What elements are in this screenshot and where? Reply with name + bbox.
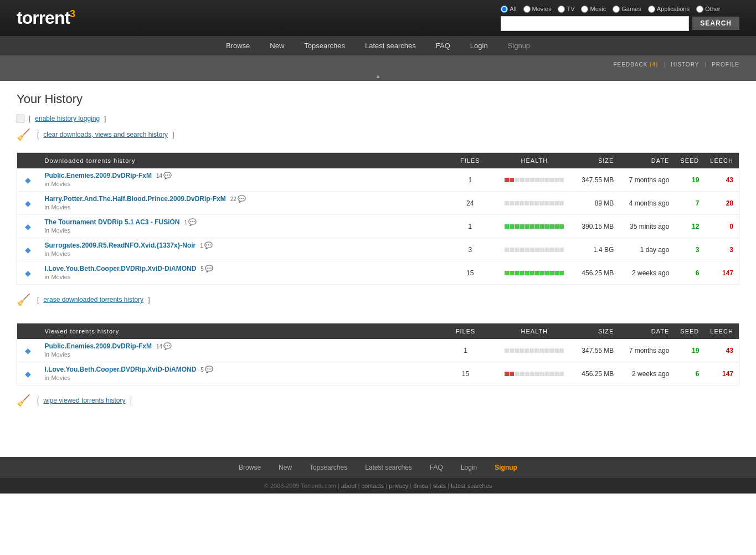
torrent-link[interactable]: The Tournament DVDRip 5.1 AC3 - FUSiON <box>45 218 180 226</box>
category-link[interactable]: Movies <box>51 274 70 280</box>
search-button[interactable]: SEARCH <box>692 17 739 30</box>
wipe-viewed-link[interactable]: wipe viewed torrents history <box>43 397 125 404</box>
cat-tv[interactable]: TV <box>558 6 574 13</box>
chevron-bar[interactable]: ▲ <box>0 71 756 81</box>
health-segment <box>549 372 554 376</box>
torrent-category: in Movies <box>45 227 436 234</box>
torrent-link[interactable]: Surrogates.2009.R5.ReadNFO.Xvid.{1337x}-… <box>45 241 196 249</box>
category-link[interactable]: Movies <box>51 250 70 257</box>
torrent-name-row: Public.Enemies.2009.DvDRip-FxM 14 💬 <box>45 172 436 179</box>
search-area: All Movies TV Music Games Applications O… <box>501 6 739 31</box>
health-segment <box>520 271 524 275</box>
health-segment <box>539 201 544 205</box>
health-segment <box>515 248 519 252</box>
nav-login[interactable]: Login <box>460 36 498 55</box>
erase-downloaded-link[interactable]: erase downloaded torrents history <box>43 296 143 304</box>
health-segment <box>549 248 554 252</box>
search-input[interactable] <box>501 16 689 31</box>
footer-privacy[interactable]: privacy <box>389 482 408 489</box>
category-link[interactable]: Movies <box>51 181 70 187</box>
footer-dmca[interactable]: dmca <box>413 482 428 489</box>
footer-login[interactable]: Login <box>452 457 486 478</box>
torrent-name-cell: The Tournament DVDRip 5.1 AC3 - FUSiON 1… <box>39 215 441 238</box>
cat-applications[interactable]: Applications <box>648 6 690 13</box>
footer-contacts[interactable]: contacts <box>361 482 384 489</box>
viewed-header-date: DATE <box>619 323 675 340</box>
history-link[interactable]: HISTORY <box>671 61 699 68</box>
nav-topsearches[interactable]: Topsearches <box>294 36 355 55</box>
nav-browse[interactable]: Browse <box>216 36 260 55</box>
seed-cell: 19 <box>675 168 704 192</box>
cat-movies[interactable]: Movies <box>523 6 552 13</box>
seed-cell: 6 <box>675 261 704 285</box>
comment-icon: 💬 <box>163 342 172 350</box>
cat-other[interactable]: Other <box>696 6 721 13</box>
health-segment <box>529 224 534 229</box>
torrent-link[interactable]: Public.Enemies.2009.DvDRip-FxM <box>45 342 152 350</box>
health-segment <box>529 201 534 205</box>
health-segment <box>529 348 534 353</box>
footer-stats[interactable]: stats <box>433 482 446 489</box>
clear-history-link[interactable]: clear downloads, views and search histor… <box>43 131 168 138</box>
header-leech: LEECH <box>704 153 739 169</box>
table-row: ◆ Harry.Potter.And.The.Half.Blood.Prince… <box>17 192 739 215</box>
torrent-link[interactable]: Harry.Potter.And.The.Half.Blood.Prince.2… <box>45 195 226 203</box>
row-icon-cell: ◆ <box>17 192 39 215</box>
nav-new[interactable]: New <box>260 36 294 55</box>
health-segment <box>529 271 534 275</box>
torrent-link[interactable]: I.Love.You.Beth.Cooper.DVDRip.XviD-DiAMO… <box>45 265 197 273</box>
cat-music[interactable]: Music <box>581 6 606 13</box>
torrent-name-block: Public.Enemies.2009.DvDRip-FxM 14 💬 in M… <box>45 342 426 358</box>
footer-latest-searches-2[interactable]: latest searches <box>451 482 492 489</box>
enable-history-link[interactable]: enable history logging <box>35 115 100 122</box>
footer-about[interactable]: about <box>341 482 357 489</box>
footer-topsearches[interactable]: Topsearches <box>301 457 356 478</box>
torrent-link[interactable]: Public.Enemies.2009.DvDRip-FxM <box>45 172 152 179</box>
history-checkbox[interactable] <box>17 115 24 122</box>
broom-icon-3: 🧹 <box>17 394 30 407</box>
logo-word: torrent <box>17 8 70 28</box>
viewed-header-seed: SEED <box>675 323 704 340</box>
viewed-header-leech: LEECH <box>704 323 739 340</box>
nav-faq[interactable]: FAQ <box>426 36 460 55</box>
row-icon-cell: ◆ <box>17 168 39 192</box>
health-segment <box>505 224 509 229</box>
diamond-icon: ◆ <box>25 176 31 184</box>
header: torrent3 All Movies TV Music Games Appli… <box>0 0 756 36</box>
health-segment <box>510 224 514 229</box>
nav-signup[interactable]: Signup <box>498 36 540 55</box>
category-link[interactable]: Movies <box>51 227 70 234</box>
category-link[interactable]: Movies <box>51 204 70 210</box>
torrent-category: in Movies <box>45 273 436 281</box>
comment-icon: 💬 <box>205 265 213 273</box>
comment-count: 14 <box>156 173 162 179</box>
footer-faq[interactable]: FAQ <box>421 457 452 478</box>
footer-signup[interactable]: Signup <box>486 457 526 478</box>
health-segment <box>520 248 524 252</box>
files-cell: 1 <box>432 339 500 362</box>
torrent-category: in Movies <box>45 351 426 358</box>
diamond-icon: ◆ <box>25 245 31 254</box>
category-link[interactable]: Movies <box>51 351 70 358</box>
torrent-link[interactable]: I.Love.You.Beth.Cooper.DVDRip.XviD-DiAMO… <box>45 366 197 373</box>
seed-cell: 3 <box>675 238 704 261</box>
broom-icon-2: 🧹 <box>17 293 30 306</box>
cat-all[interactable]: All <box>501 6 516 13</box>
footer-nav: Browse New Topsearches Latest searches F… <box>0 457 756 478</box>
footer-new[interactable]: New <box>270 457 301 478</box>
torrent-name-row: I.Love.You.Beth.Cooper.DVDRip.XviD-DiAMO… <box>45 265 436 273</box>
health-segment <box>559 372 564 376</box>
health-cell <box>499 215 569 238</box>
feedback-link[interactable]: FEEDBACK (4) <box>613 61 658 68</box>
torrent-name-cell: Public.Enemies.2009.DvDRip-FxM 14 💬 in M… <box>39 168 441 192</box>
footer-latest-searches[interactable]: Latest searches <box>356 457 421 478</box>
footer-browse[interactable]: Browse <box>230 457 270 478</box>
category-link[interactable]: Movies <box>51 374 70 381</box>
diamond-icon: ◆ <box>25 222 31 231</box>
comment-count: 1 <box>200 243 203 249</box>
cat-games[interactable]: Games <box>613 6 641 13</box>
health-segment <box>505 248 509 252</box>
profile-link[interactable]: PROFILE <box>712 61 739 68</box>
logo-area: torrent3 <box>17 8 75 28</box>
nav-latest-searches[interactable]: Latest searches <box>355 36 426 55</box>
